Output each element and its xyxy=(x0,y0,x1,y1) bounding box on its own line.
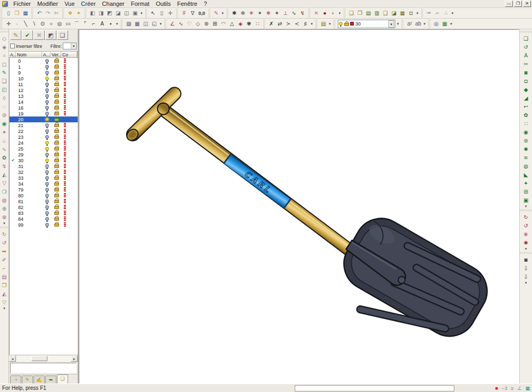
segment-icon[interactable]: ∖ xyxy=(30,20,38,28)
layer-lock-cell[interactable] xyxy=(51,58,62,64)
polygon-icon[interactable]: △ xyxy=(228,20,236,28)
layer-color-cell[interactable] xyxy=(62,88,78,93)
curve-project-icon[interactable]: ◌ xyxy=(1,102,9,111)
flower-op-icon[interactable]: ❀ xyxy=(521,230,530,238)
toolbar-overflow-button[interactable]: ▾ xyxy=(159,22,163,26)
copy-mark-icon[interactable]: ❐ xyxy=(1,281,9,289)
erase-icon[interactable]: ✄ xyxy=(52,9,61,17)
sketch-face-icon[interactable]: ◈ xyxy=(1,43,9,51)
layer-row-12[interactable]: 12 xyxy=(10,87,78,93)
column-header-nom[interactable]: Nom xyxy=(16,52,42,57)
hole-icon[interactable]: ◉ xyxy=(521,128,530,136)
scroll-thumb[interactable] xyxy=(31,356,47,361)
layer-visibility-cell[interactable] xyxy=(43,205,51,210)
layer-lock-cell[interactable] xyxy=(51,111,62,116)
cone-tool-icon[interactable]: ◭ xyxy=(1,170,9,179)
toolbar-overflow-button[interactable]: ▾ xyxy=(451,11,455,15)
anchor-down-alt-icon[interactable]: ⇩ xyxy=(521,272,530,281)
boolean-icon[interactable]: ⊞ xyxy=(521,187,530,196)
layer-visibility-cell[interactable] xyxy=(43,211,51,216)
layer-lock-cell[interactable] xyxy=(51,128,62,134)
layer-visibility-cell[interactable] xyxy=(43,152,51,157)
flag-icon[interactable]: ⌐ xyxy=(434,9,442,17)
menu-vue[interactable]: Vue xyxy=(61,1,78,7)
trim-icon[interactable]: ✗ xyxy=(267,20,276,28)
layer-row-14[interactable]: 14 xyxy=(10,99,78,105)
toolbar-overflow-button[interactable]: ▾ xyxy=(2,306,6,311)
layer-color-cell[interactable] xyxy=(62,140,78,145)
layer-visibility-cell[interactable] xyxy=(43,216,51,222)
layer-visibility-cell[interactable] xyxy=(43,105,51,111)
pen-mark-icon[interactable]: ✐ xyxy=(1,255,9,264)
layer-visibility-cell[interactable] xyxy=(43,70,51,76)
rhombus-icon[interactable]: ◈ xyxy=(236,20,245,28)
view-perspective-icon[interactable]: ◫ xyxy=(122,9,131,17)
detail-icon[interactable]: ◫ xyxy=(142,20,150,28)
viewport-3d[interactable]: CARL xyxy=(79,29,519,383)
chamfer-2d-icon[interactable]: ≻ xyxy=(284,20,293,28)
offset-2d-icon[interactable]: ♯ xyxy=(301,20,310,28)
layer-visibility-cell[interactable] xyxy=(43,176,51,181)
layer-visibility-cell[interactable] xyxy=(43,199,51,204)
toolbar-overflow-button[interactable]: ▾ xyxy=(524,247,528,251)
layer-color-cell[interactable] xyxy=(62,211,78,215)
view-shaded-icon[interactable]: ◩ xyxy=(105,9,114,17)
layer-visibility-cell[interactable] xyxy=(43,117,51,122)
delete-attribute-icon[interactable]: ✕ xyxy=(312,9,321,17)
measure-icon[interactable]: ✱ xyxy=(230,9,239,17)
new-part-icon[interactable]: ❖ xyxy=(66,9,74,17)
scroll-track[interactable] xyxy=(16,355,71,362)
menu-fentre[interactable]: Fenêtre xyxy=(174,1,201,7)
view-wireframe-icon[interactable]: ◧ xyxy=(88,9,97,17)
trim-solid-icon[interactable]: ✂ xyxy=(521,60,530,68)
layer-color-cell[interactable] xyxy=(62,64,78,69)
menu-outils[interactable]: Outils xyxy=(153,1,174,7)
toolbar-overflow-button[interactable]: ▾ xyxy=(449,22,453,26)
pen-attributes-icon[interactable]: ✎ xyxy=(212,9,221,17)
render-preview-icon[interactable]: ◐ xyxy=(329,9,338,17)
layer-color-cell[interactable] xyxy=(62,146,78,151)
spark-icon[interactable]: ✦ xyxy=(1,128,9,136)
menu-?[interactable]: ? xyxy=(201,1,210,7)
circle-icon[interactable]: ○ xyxy=(47,20,55,28)
perpendicular-check-icon[interactable]: ⊥ xyxy=(281,9,290,17)
cross-tool-icon[interactable]: ⊗ xyxy=(1,213,9,221)
column-header-col4[interactable]: Co xyxy=(61,52,77,57)
surface-plane-icon[interactable]: ❏ xyxy=(1,77,9,85)
layer-row-82[interactable]: 82 xyxy=(10,204,78,210)
menu-format[interactable]: Format xyxy=(128,1,153,7)
toolbar-overflow-button[interactable]: ▾ xyxy=(396,22,400,26)
curve-iso-icon[interactable]: ◊ xyxy=(1,94,9,102)
layer-row-99[interactable]: 99 xyxy=(10,222,78,228)
layer-color-cell[interactable] xyxy=(62,82,78,87)
circle-reference-icon[interactable]: ⊚ xyxy=(202,20,211,28)
invert-filter-checkbox[interactable] xyxy=(10,44,15,48)
revolve-icon[interactable]: ↺ xyxy=(521,43,530,51)
layer-row-83[interactable]: 83 xyxy=(10,210,78,216)
spline-3d-icon[interactable]: ∿ xyxy=(1,145,9,153)
analyze-curve-icon[interactable]: ✴ xyxy=(256,9,264,17)
layer-lock-cell[interactable] xyxy=(51,122,62,128)
menu-crer[interactable]: Créer xyxy=(78,1,99,7)
layer-visibility-cell[interactable] xyxy=(43,170,51,175)
layer-color-cell[interactable] xyxy=(62,111,78,116)
draft-icon[interactable]: ◢ xyxy=(521,94,530,102)
notes-icon[interactable]: ✑ xyxy=(425,9,434,17)
layer-lock-cell[interactable] xyxy=(51,105,62,111)
layer-visibility-cell[interactable] xyxy=(43,146,51,152)
select-cursor-icon[interactable]: ↖ xyxy=(149,9,157,17)
tab-layers[interactable]: ❏ xyxy=(57,374,68,383)
family-table-icon[interactable]: ❐ xyxy=(356,9,364,17)
layer-lock-cell[interactable] xyxy=(51,204,62,210)
layer-color-cell[interactable] xyxy=(62,76,78,81)
layer-color-cell[interactable] xyxy=(62,216,78,221)
layer-list-hscrollbar[interactable]: ◂ ▸ xyxy=(9,355,78,362)
view-hidden-line-icon[interactable]: ◨ xyxy=(97,9,105,17)
layer-row-84[interactable]: 84 xyxy=(10,216,78,222)
layer-visibility-cell[interactable] xyxy=(43,193,51,198)
text-3d-icon[interactable]: A xyxy=(521,51,530,60)
layer-row-22[interactable]: 22 xyxy=(10,128,78,134)
snap-grid-icon[interactable]: # xyxy=(180,9,188,17)
layer-lock-cell[interactable] xyxy=(51,99,62,105)
layer-combo-dropdown[interactable]: ▾ xyxy=(388,20,394,28)
